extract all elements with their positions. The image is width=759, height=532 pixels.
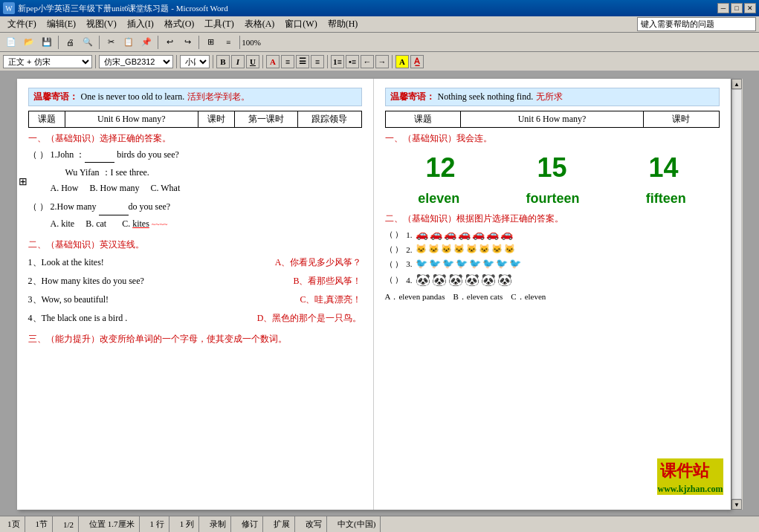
font-color-A[interactable]: A bbox=[266, 55, 280, 68]
indent-decrease-button[interactable]: ← bbox=[361, 55, 374, 68]
menu-tools[interactable]: 工具(T) bbox=[200, 16, 238, 32]
table-cell-period-val: 第一课时 bbox=[235, 111, 298, 128]
status-col-text: 1 列 bbox=[180, 519, 194, 530]
match-item-1: 1、Look at the kites! A、你看见多少风筝？ bbox=[28, 256, 362, 270]
cut-button[interactable]: ✂ bbox=[103, 35, 119, 50]
highlight-button[interactable]: A bbox=[395, 55, 409, 68]
menu-view[interactable]: 视图(V) bbox=[82, 16, 121, 32]
column-button[interactable]: ≡ bbox=[220, 35, 236, 50]
bird-5: 🐦 bbox=[469, 258, 481, 270]
match-item-4: 4、The black one is a bird . D、黑色的那个是一只鸟。 bbox=[28, 311, 362, 325]
menu-table[interactable]: 表格(A) bbox=[240, 16, 280, 32]
q3-num-r: 3. bbox=[406, 259, 412, 268]
warm-label-left: 温馨寄语： bbox=[33, 91, 78, 103]
watermark: 课件站 www.kjzhan.com bbox=[657, 458, 723, 495]
table-insert-button[interactable]: ⊞ bbox=[202, 35, 219, 50]
new-button[interactable]: 📄 bbox=[3, 35, 19, 50]
zoom-button[interactable]: 100% bbox=[243, 35, 259, 50]
format-separator-3 bbox=[213, 55, 213, 68]
bird-7: 🐦 bbox=[496, 258, 508, 270]
menu-window[interactable]: 窗口(W) bbox=[280, 16, 321, 32]
table-cell-track: 跟踪领导 bbox=[298, 111, 361, 128]
text-color-button[interactable]: A̲ bbox=[410, 55, 424, 68]
undo-button[interactable]: ↩ bbox=[161, 35, 178, 50]
minimize-button[interactable]: ─ bbox=[717, 3, 729, 13]
warm-message-right: 温馨寄语： Nothing seek nothing find. 无所求 bbox=[385, 88, 720, 106]
format-separator-5 bbox=[327, 55, 328, 68]
q2-bracket-r: （ ） bbox=[385, 244, 404, 255]
menu-edit[interactable]: 编辑(E) bbox=[42, 16, 80, 32]
q2-text: 2.How many do you see? bbox=[51, 201, 171, 212]
number-12: 12 bbox=[425, 152, 455, 184]
animals-area: （ ） 1. 🚗 🚗 🚗 🚗 🚗 🚗 🚗 bbox=[385, 228, 720, 287]
match-cn-1: A、你看见多少风筝？ bbox=[275, 256, 362, 270]
match-en-3: 3、Wow, so beautiful! bbox=[28, 293, 109, 307]
redo-button[interactable]: ↪ bbox=[179, 35, 196, 50]
print-button[interactable]: 🖨 bbox=[62, 35, 78, 50]
animal-row-1: （ ） 1. 🚗 🚗 🚗 🚗 🚗 🚗 🚗 bbox=[385, 228, 720, 241]
scrollbar-vertical[interactable]: ▲ ▼ bbox=[731, 79, 743, 510]
open-button[interactable]: 📂 bbox=[21, 35, 37, 50]
numbering-button[interactable]: 1≡ bbox=[331, 55, 344, 68]
question-1: （ ） 1.John ： birds do you see? bbox=[28, 148, 362, 163]
print-preview-button[interactable]: 🔍 bbox=[80, 35, 96, 50]
q1-bracket-r: （ ） bbox=[385, 229, 404, 240]
q2-choice-c: kites bbox=[132, 218, 149, 229]
expand-icon[interactable]: ⊞ bbox=[19, 175, 28, 188]
copy-button[interactable]: 📋 bbox=[120, 35, 137, 50]
q1-choices: A. How B. How many C. What bbox=[51, 183, 362, 194]
words-row: eleven fourteen fifteen bbox=[385, 191, 720, 207]
bird-3: 🐦 bbox=[442, 258, 454, 270]
page-left: ⊞ 温馨寄语： One is never too old to learn. 活… bbox=[17, 79, 374, 510]
match-cn-3: C、哇,真漂亮！ bbox=[300, 293, 361, 307]
align-right-button[interactable]: ≡ bbox=[311, 55, 324, 68]
save-button[interactable]: 💾 bbox=[39, 35, 55, 50]
close-button[interactable]: ✕ bbox=[744, 3, 756, 13]
section2-title-right: 二、（基础知识）根据图片选择正确的答案。 bbox=[385, 213, 720, 225]
align-left-button[interactable]: ≡ bbox=[281, 55, 294, 68]
bird-icons: 🐦 🐦 🐦 🐦 🐦 🐦 🐦 🐦 bbox=[416, 258, 521, 270]
maximize-button[interactable]: □ bbox=[731, 3, 743, 13]
cat-icons: 🐱 🐱 🐱 🐱 🐱 🐱 🐱 🐱 bbox=[416, 244, 515, 255]
toolbar-standard: 📄 📂 💾 🖨 🔍 ✂ 📋 📌 ↩ ↪ ⊞ ≡ 100% bbox=[0, 33, 759, 52]
wavy-indicator: ~~~~ bbox=[152, 220, 168, 228]
q2-choices: A. kite B. cat C. kites ~~~~ bbox=[51, 218, 362, 230]
q1-bracket: （ ） bbox=[28, 149, 48, 160]
scroll-down-button[interactable]: ▼ bbox=[731, 499, 742, 510]
table-cell-period-label: 课时 bbox=[198, 111, 234, 128]
bullets-button[interactable]: •≡ bbox=[346, 55, 359, 68]
bird-1: 🐦 bbox=[416, 258, 427, 270]
italic-button[interactable]: I bbox=[231, 55, 245, 68]
question-2: （ ） 2.How many do you see? bbox=[28, 200, 362, 215]
style-select[interactable]: 正文 + 仿宋 bbox=[3, 55, 92, 68]
menu-format[interactable]: 格式(O) bbox=[160, 16, 199, 32]
word-fourteen: fourteen bbox=[526, 191, 580, 207]
q1-text: 1.John ： birds do you see? bbox=[51, 149, 179, 160]
status-page-text: 1页 bbox=[7, 519, 20, 530]
status-overwrite-text: 改写 bbox=[306, 519, 322, 530]
menu-help[interactable]: 帮助(H) bbox=[323, 16, 363, 32]
align-center-button[interactable]: ☰ bbox=[296, 55, 309, 68]
window-controls[interactable]: ─ □ ✕ bbox=[717, 3, 756, 13]
toolbar-separator-3 bbox=[158, 36, 158, 49]
car-icons: 🚗 🚗 🚗 🚗 🚗 🚗 🚗 bbox=[416, 228, 513, 241]
table-cell-subject: 课题 bbox=[28, 111, 65, 128]
menu-insert[interactable]: 插入(I) bbox=[123, 16, 158, 32]
format-separator-2 bbox=[176, 55, 177, 68]
match-cn-2: B、看那些风筝！ bbox=[293, 274, 361, 288]
status-line-text: 1 行 bbox=[150, 519, 164, 530]
scroll-track[interactable] bbox=[731, 89, 742, 499]
fontsize-select[interactable]: 小四 bbox=[180, 55, 210, 68]
match-item-3: 3、Wow, so beautiful! C、哇,真漂亮！ bbox=[28, 293, 362, 307]
font-select[interactable]: 仿宋_GB2312 bbox=[99, 55, 173, 68]
title-bar: W 新pep小学英语三年级下册unit6课堂练习题 - Microsoft Wo… bbox=[0, 0, 759, 16]
header-table-right: 课题 Unit 6 How many? 课时 bbox=[385, 111, 720, 128]
bold-button[interactable]: B bbox=[216, 55, 230, 68]
scroll-up-button[interactable]: ▲ bbox=[731, 79, 742, 89]
warm-text-left: One is never too old to learn. bbox=[81, 91, 185, 103]
indent-increase-button[interactable]: → bbox=[375, 55, 389, 68]
underline-button[interactable]: U bbox=[246, 55, 259, 68]
help-search-box[interactable]: 键入需要帮助的问题 bbox=[637, 17, 756, 31]
paste-button[interactable]: 📌 bbox=[138, 35, 155, 50]
menu-file[interactable]: 文件(F) bbox=[3, 16, 41, 32]
